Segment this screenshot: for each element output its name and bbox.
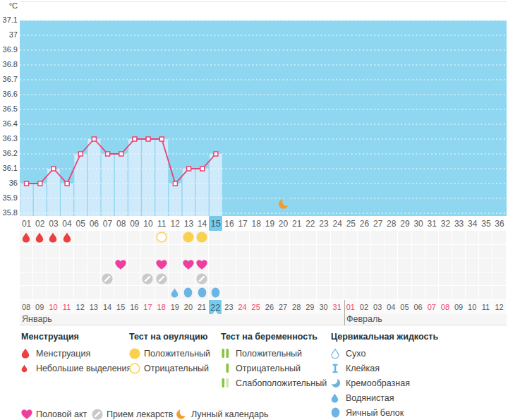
cycle-day-row: 0102030405060708091011121314151617181920… (20, 216, 507, 231)
menstruation-ovulation-row-cell (263, 231, 277, 245)
date-cell[interactable]: 18 (155, 300, 169, 314)
date-cell[interactable]: 23 (222, 300, 236, 314)
medication-row-cell (182, 272, 195, 287)
date-cell[interactable]: 30 (317, 300, 330, 314)
cycle-day-cell[interactable]: 25 (344, 216, 358, 231)
cycle-day-cell[interactable]: 12 (169, 216, 182, 231)
cycle-day-cell[interactable]: 32 (439, 216, 452, 231)
date-cell[interactable]: 11 (60, 300, 73, 314)
cycle-day-cell[interactable]: 21 (290, 216, 303, 231)
legend-item-label: Отрицательный (144, 364, 209, 373)
cervical-fluid-row-cell (398, 286, 411, 300)
legend-item: Сухо (331, 346, 438, 361)
date-cell[interactable]: 24 (236, 300, 250, 314)
cycle-day-cell[interactable]: 30 (412, 216, 425, 231)
month-row: ЯнварьФевраль (20, 314, 507, 325)
cycle-day-cell[interactable]: 06 (87, 216, 101, 231)
bars-green-lightgreen-icon (221, 378, 236, 388)
date-cell[interactable]: 25 (250, 300, 263, 314)
cycle-day-cell[interactable]: 09 (128, 216, 141, 231)
cycle-day-cell[interactable]: 17 (236, 216, 250, 231)
intercourse-row-cell (182, 258, 195, 272)
cycle-day-cell[interactable]: 36 (492, 216, 506, 231)
date-cell[interactable]: 10 (466, 300, 479, 314)
cycle-day-cell[interactable]: 35 (479, 216, 492, 231)
date-cell[interactable]: 08 (439, 300, 452, 314)
cycle-day-cell[interactable]: 22 (303, 216, 317, 231)
cycle-day-cell[interactable]: 31 (425, 216, 439, 231)
cervical-fluid-row-cell (169, 286, 182, 300)
date-cell[interactable]: 31 (331, 300, 344, 314)
cycle-day-cell[interactable]: 23 (317, 216, 330, 231)
date-cell[interactable]: 27 (277, 300, 290, 314)
cycle-day-cell-today[interactable]: 15 (209, 216, 222, 231)
date-cell[interactable]: 04 (385, 300, 398, 314)
menstruation-ovulation-row-cell (101, 231, 114, 245)
date-cell[interactable]: 12 (492, 300, 506, 314)
cycle-day-cell[interactable]: 29 (398, 216, 411, 231)
cycle-day-cell[interactable]: 08 (114, 216, 128, 231)
menstruation-ovulation-row-cell (182, 231, 195, 245)
cycle-day-cell[interactable]: 26 (358, 216, 371, 231)
cycle-day-cell[interactable]: 28 (385, 216, 398, 231)
pregnancy-test-row-cell (222, 245, 236, 259)
date-cell[interactable]: 20 (182, 300, 195, 314)
date-cell[interactable]: 16 (128, 300, 141, 314)
medication-row-cell (371, 272, 385, 287)
cycle-day-cell[interactable]: 03 (47, 216, 60, 231)
medication-row-cell (412, 272, 425, 287)
date-cell[interactable]: 02 (358, 300, 371, 314)
date-cell[interactable]: 09 (33, 300, 47, 314)
legend-item-label: Отрицательный (236, 364, 301, 373)
date-cell[interactable]: 12 (74, 300, 87, 314)
intercourse-row-cell (209, 258, 222, 272)
date-cell[interactable]: 01 (344, 300, 358, 314)
date-cell-today[interactable]: 22 (209, 300, 222, 314)
date-cell[interactable]: 21 (195, 300, 209, 314)
cycle-day-cell[interactable]: 13 (182, 216, 195, 231)
date-cell[interactable]: 15 (114, 300, 128, 314)
cycle-day-cell[interactable]: 11 (155, 216, 169, 231)
cycle-day-cell[interactable]: 05 (74, 216, 87, 231)
date-cell[interactable]: 28 (290, 300, 303, 314)
cycle-day-cell[interactable]: 27 (371, 216, 385, 231)
drop-blue-icon (171, 288, 179, 298)
date-cell[interactable]: 29 (303, 300, 317, 314)
cycle-day-cell[interactable]: 10 (141, 216, 155, 231)
cervical-fluid-row-cell (371, 286, 385, 300)
cycle-day-cell[interactable]: 18 (250, 216, 263, 231)
medication-row-cell (492, 272, 506, 287)
date-cell[interactable]: 13 (87, 300, 101, 314)
date-cell[interactable]: 11 (479, 300, 492, 314)
date-cell[interactable]: 10 (47, 300, 60, 314)
date-cell[interactable]: 05 (398, 300, 411, 314)
date-cell[interactable]: 06 (412, 300, 425, 314)
cervical-fluid-row-cell (452, 286, 466, 300)
cycle-day-cell[interactable]: 20 (277, 216, 290, 231)
date-cell[interactable]: 03 (371, 300, 385, 314)
date-cell[interactable]: 19 (169, 300, 182, 314)
date-cell[interactable]: 26 (263, 300, 277, 314)
pregnancy-test-row (20, 245, 507, 259)
cycle-day-cell[interactable]: 01 (20, 216, 33, 231)
cycle-day-cell[interactable]: 24 (331, 216, 344, 231)
cycle-day-cell[interactable]: 07 (101, 216, 114, 231)
cycle-day-cell[interactable]: 19 (263, 216, 277, 231)
cervical-fluid-row-cell (439, 286, 452, 300)
cycle-day-cell[interactable]: 14 (195, 216, 209, 231)
cervical-fluid-row-cell (331, 286, 344, 300)
date-cell[interactable]: 17 (141, 300, 155, 314)
cycle-day-cell[interactable]: 33 (452, 216, 466, 231)
date-cell[interactable]: 09 (452, 300, 466, 314)
date-cell[interactable]: 07 (425, 300, 439, 314)
menstruation-ovulation-row-cell (250, 231, 263, 245)
date-cell[interactable]: 08 (20, 300, 33, 314)
cycle-day-cell[interactable]: 04 (60, 216, 73, 231)
cycle-day-cell[interactable]: 16 (222, 216, 236, 231)
menstruation-ovulation-row-cell (317, 231, 330, 245)
cycle-day-cell[interactable]: 02 (33, 216, 47, 231)
drop-red-small-icon (21, 364, 36, 373)
cycle-day-cell[interactable]: 34 (466, 216, 479, 231)
pregnancy-test-row-cell (101, 245, 114, 259)
date-cell[interactable]: 14 (101, 300, 114, 314)
